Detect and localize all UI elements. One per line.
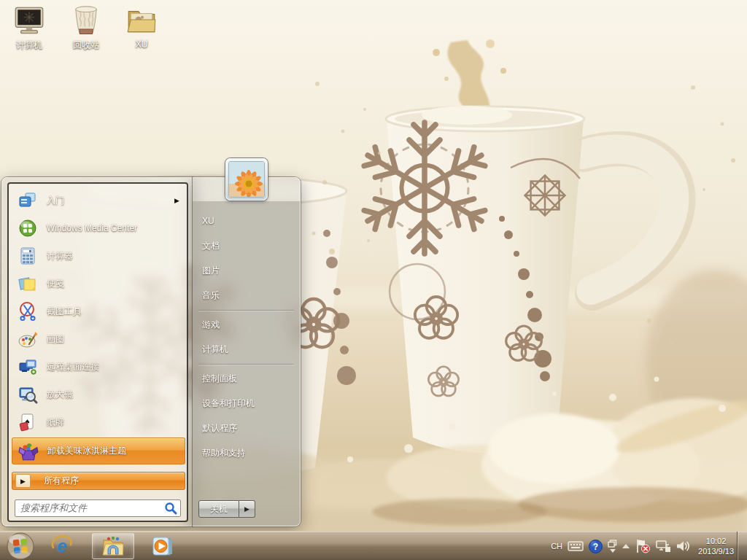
start-button[interactable] — [4, 533, 36, 559]
taskbar: e CH ? — [0, 531, 747, 560]
start-menu-search-box — [15, 499, 181, 517]
start-menu-item-computer[interactable]: 计算机 — [193, 337, 300, 362]
start-menu-item-snipping-tool[interactable]: 截图工具 — [12, 298, 185, 325]
windows-orb-icon — [6, 532, 35, 560]
calculator-icon — [16, 244, 39, 268]
start-menu-programs-panel: 入门 ▶ Windows Media Center — [7, 182, 188, 522]
action-center-flag-icon[interactable] — [635, 539, 651, 553]
system-tray: CH ? — [551, 532, 734, 560]
submenu-arrow-icon: ▶ — [174, 197, 179, 204]
user-avatar[interactable] — [225, 158, 268, 201]
sticky-notes-icon — [16, 272, 39, 295]
start-menu-item-xu-user[interactable]: XU — [193, 209, 300, 233]
start-menu-item-games[interactable]: 游戏 — [193, 312, 300, 337]
start-menu-right-panel: XU 文档 图片 音乐 游戏 计算机 控制面板 设备和打印机 默认程序 帮助和支… — [193, 201, 300, 526]
solitaire-icon: ♠ — [16, 411, 39, 434]
clock-time: 10:02 — [698, 536, 734, 546]
start-menu-item-magnifier[interactable]: 放大镜 — [12, 381, 185, 408]
keyboard-icon[interactable] — [568, 541, 584, 551]
start-menu-item-sticky-notes[interactable]: 便笺 — [12, 270, 185, 298]
menu-divider — [198, 310, 294, 311]
remote-desktop-icon — [16, 355, 39, 378]
snipping-tool-icon — [16, 300, 39, 323]
desktop-icon-recycle-bin[interactable]: 回收站 — [60, 3, 112, 52]
language-bar-icon[interactable] — [608, 540, 617, 553]
start-menu-item-getting-started[interactable]: 入门 ▶ — [12, 187, 185, 214]
start-menu-item-remote-desktop[interactable]: 远程桌面连接 — [12, 353, 185, 381]
start-menu-item-media-center[interactable]: Windows Media Center — [12, 214, 185, 242]
show-hidden-icons-icon[interactable] — [622, 544, 630, 548]
start-menu-item-devices-printers[interactable]: 设备和打印机 — [193, 391, 300, 416]
desktop-icon-computer[interactable]: 计算机 — [3, 4, 55, 52]
folder-xu-icon — [125, 4, 158, 38]
help-icon[interactable]: ? — [589, 540, 603, 553]
getting-started-icon — [16, 189, 39, 212]
shutdown-button[interactable]: 关机 — [198, 500, 239, 518]
desktop-icon-label: 计算机 — [3, 39, 55, 52]
start-menu-item-paint[interactable]: 画图 — [12, 325, 185, 353]
recycle-bin-icon — [69, 3, 104, 38]
clock-date: 2013/9/13 — [698, 546, 734, 556]
menu-divider — [198, 364, 294, 365]
start-menu-item-calculator[interactable]: 计算器 — [12, 242, 185, 270]
start-menu-item-solitaire[interactable]: ♠ 纸牌 — [12, 408, 185, 436]
show-desktop-button[interactable] — [737, 532, 747, 560]
taskbar-button-media-player[interactable] — [144, 533, 179, 559]
paint-icon — [16, 327, 39, 351]
search-input[interactable] — [15, 502, 163, 514]
desktop-icon-xu[interactable]: XU — [115, 4, 168, 50]
magnifier-icon — [16, 383, 39, 406]
theme-installer-icon — [17, 440, 40, 463]
shutdown-options-arrow[interactable]: ▶ — [239, 500, 255, 518]
computer-icon — [12, 4, 46, 38]
network-icon[interactable] — [656, 540, 671, 553]
taskbar-button-internet-explorer[interactable]: e — [45, 533, 79, 559]
start-menu-item-documents[interactable]: 文档 — [193, 233, 300, 258]
desktop-icon-label: XU — [115, 39, 168, 50]
search-icon[interactable] — [163, 501, 178, 516]
taskbar-button-windows-explorer[interactable] — [92, 533, 134, 559]
internet-explorer-icon: e — [50, 534, 74, 558]
explorer-folder-icon — [101, 534, 125, 558]
all-programs-arrow-icon: ▶ — [15, 474, 31, 488]
svg-text:e: e — [57, 536, 66, 556]
start-menu-item-help-support[interactable]: 帮助和支持 — [193, 440, 300, 465]
desktop-icon-label: 回收站 — [60, 39, 112, 52]
svg-text:?: ? — [593, 542, 598, 552]
start-menu-item-default-programs[interactable]: 默认程序 — [193, 416, 300, 440]
start-menu-item-uninstall-theme[interactable]: 卸载美味冰淇淋主题 — [12, 438, 185, 464]
media-player-icon — [150, 534, 174, 558]
user-avatar-picture — [228, 161, 265, 198]
clock[interactable]: 10:02 2013/9/13 — [698, 536, 734, 556]
start-menu-item-music[interactable]: 音乐 — [193, 283, 300, 308]
volume-icon[interactable] — [676, 540, 690, 553]
start-menu-item-control-panel[interactable]: 控制面板 — [193, 366, 300, 391]
start-menu-item-pictures[interactable]: 图片 — [193, 258, 300, 283]
media-center-icon — [16, 217, 39, 240]
all-programs-button[interactable]: ▶ 所有程序 — [12, 472, 185, 490]
input-language-indicator[interactable]: CH — [551, 542, 562, 551]
